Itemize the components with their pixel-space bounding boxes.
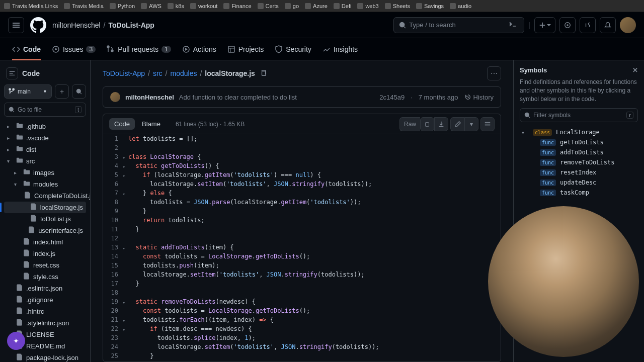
tree-file--stylelintrc-json[interactable]: .stylelintrc.json — [4, 317, 86, 329]
bookmark-item[interactable]: k8s — [168, 3, 184, 9]
line-number[interactable]: 22▾ — [103, 324, 125, 333]
commit-sha[interactable]: 2c145a9 — [379, 94, 405, 101]
tree-file-reset-css[interactable]: reset.css — [4, 259, 86, 271]
line-number[interactable]: 19▾ — [103, 297, 125, 306]
nav-insights[interactable]: Insights — [318, 38, 362, 60]
line-number[interactable]: 16 — [103, 270, 125, 279]
code-line[interactable]: 25 } — [103, 351, 501, 360]
owner-link[interactable]: miltonHenschel — [52, 21, 101, 29]
commit-author[interactable]: miltonHenschel — [125, 94, 174, 101]
tree-file--eslintrc-json[interactable]: .eslintrc.json — [4, 283, 86, 294]
code-line[interactable]: 8 todolists = JSON.parse(localStorage.ge… — [103, 198, 501, 207]
edit-dropdown[interactable]: ▾ — [464, 117, 478, 131]
code-line[interactable]: 26 }); — [103, 360, 501, 361]
code-line[interactable]: 24 localStorage.setItem('todolists', JSO… — [103, 342, 501, 351]
nav-issues[interactable]: Issues 3 — [48, 38, 100, 60]
line-number[interactable]: 18 — [103, 288, 125, 297]
code-tab[interactable]: Code — [109, 118, 135, 130]
tree-file-CompleteToDoList-js[interactable]: CompleteToDoList.js — [4, 190, 86, 202]
nav-code[interactable]: Code — [8, 38, 45, 60]
nav-actions[interactable]: Actions — [178, 38, 220, 60]
code-line[interactable]: 15 todolists.push(item); — [103, 261, 501, 270]
code-line[interactable]: 7▾ } else { — [103, 189, 501, 198]
line-number[interactable]: 15 — [103, 261, 125, 270]
collapse-sidebar-button[interactable] — [6, 67, 18, 79]
code-line[interactable]: 11 } — [103, 225, 501, 234]
symbol-addToDoLists[interactable]: funcaddToDoLists — [520, 147, 638, 157]
line-number[interactable]: 1 — [103, 134, 125, 143]
symbols-toggle-button[interactable] — [480, 117, 495, 131]
tree-file-index-html[interactable]: index.html — [4, 236, 86, 248]
file-actions-menu[interactable]: ⋯ — [487, 66, 501, 80]
repo-link[interactable]: ToDoList-App — [108, 21, 154, 29]
line-number[interactable]: 12 — [103, 234, 125, 243]
code-line[interactable]: 21▾ todolists.forEach((item, index) => { — [103, 315, 501, 324]
pull-requests-button[interactable] — [580, 17, 596, 33]
symbol-taskComp[interactable]: functaskComp — [520, 188, 638, 198]
commit-message[interactable]: Add function to clear completed to do li… — [179, 94, 297, 101]
copilot-floating-button[interactable]: ✦ — [7, 332, 25, 350]
commit-author-avatar[interactable] — [110, 92, 120, 102]
bookmark-item[interactable]: audio — [450, 3, 471, 9]
issues-button[interactable] — [559, 17, 576, 33]
line-number[interactable]: 20 — [103, 306, 125, 315]
copy-raw-button[interactable] — [420, 117, 434, 131]
bookmark-item[interactable]: Savings — [416, 3, 444, 9]
line-number[interactable]: 3▾ — [103, 152, 125, 161]
code-line[interactable]: 4▾ static getToDoLists() { — [103, 161, 501, 170]
line-number[interactable]: 24 — [103, 342, 125, 351]
tree-folder--vscode[interactable]: ▸.vscode — [4, 132, 86, 144]
code-line[interactable]: 10 return todolists; — [103, 216, 501, 225]
path-root[interactable]: ToDoList-App — [103, 69, 145, 77]
user-avatar[interactable] — [620, 17, 636, 33]
code-line[interactable]: 19▾ static removeToDoLists(newdesc) { — [103, 297, 501, 306]
code-line[interactable]: 9 } — [103, 207, 501, 216]
line-number[interactable]: 21▾ — [103, 315, 125, 324]
line-number[interactable]: 17 — [103, 279, 125, 288]
line-number[interactable]: 14 — [103, 252, 125, 261]
tree-file-style-css[interactable]: style.css — [4, 271, 86, 283]
bookmark-item[interactable]: go — [285, 3, 299, 9]
edit-button[interactable] — [450, 117, 464, 131]
symbol-LocalStorage[interactable]: ▾classLocalStorage — [520, 127, 638, 137]
bookmark-item[interactable]: AWS — [141, 3, 162, 9]
github-logo-icon[interactable] — [30, 17, 46, 33]
code-line[interactable]: 16 localStorage.setItem('todolists', JSO… — [103, 270, 501, 279]
code-line[interactable]: 18 — [103, 288, 501, 297]
tree-folder-images[interactable]: ▸images — [4, 167, 86, 178]
line-number[interactable]: 26 — [103, 360, 125, 361]
download-button[interactable] — [434, 117, 448, 131]
tree-folder-src[interactable]: ▾src — [4, 155, 86, 167]
create-new-button[interactable] — [534, 17, 555, 33]
code-line[interactable]: 2 — [103, 143, 501, 152]
line-number[interactable]: 9 — [103, 207, 125, 216]
bookmark-item[interactable]: workout — [190, 3, 218, 9]
line-number[interactable]: 13▾ — [103, 243, 125, 252]
file-filter-input[interactable]: Go to file t — [4, 103, 86, 117]
tree-file-userInterface-js[interactable]: userInterface.js — [4, 225, 86, 236]
add-file-button[interactable]: + — [55, 84, 69, 99]
symbol-removeToDoLists[interactable]: funcremoveToDoLists — [520, 157, 638, 167]
code-area[interactable]: 1let todolists = [];23▾class LocalStorag… — [103, 134, 501, 361]
bookmark-item[interactable]: Travis Media Links — [4, 3, 58, 9]
line-number[interactable]: 8 — [103, 198, 125, 207]
bookmark-item[interactable]: Sheets — [385, 3, 410, 9]
code-line[interactable]: 12 — [103, 234, 501, 243]
line-number[interactable]: 4▾ — [103, 161, 125, 170]
line-number[interactable]: 11 — [103, 225, 125, 234]
global-search-input[interactable]: Type / to search — [393, 17, 524, 33]
history-button[interactable]: History — [464, 94, 494, 101]
bookmark-item[interactable]: Azure — [305, 3, 328, 9]
code-line[interactable]: 20 const todolists = LocalStorage.getToD… — [103, 306, 501, 315]
bookmark-item[interactable]: Defi — [334, 3, 352, 9]
tree-file--hintrc[interactable]: .hintrc — [4, 306, 86, 317]
code-line[interactable]: 5▾ if (localStorage.getItem('todolists')… — [103, 170, 501, 179]
raw-button[interactable]: Raw — [399, 117, 420, 131]
path-part-0[interactable]: src — [153, 69, 163, 77]
tree-file-package-lock-json[interactable]: package-lock.json — [4, 352, 86, 362]
bookmark-item[interactable]: Python — [110, 3, 135, 9]
code-line[interactable]: 3▾class LocalStorage { — [103, 152, 501, 161]
line-number[interactable]: 2 — [103, 143, 125, 152]
tree-folder-dist[interactable]: ▸dist — [4, 144, 86, 155]
tree-file--gitignore[interactable]: .gitignore — [4, 294, 86, 306]
